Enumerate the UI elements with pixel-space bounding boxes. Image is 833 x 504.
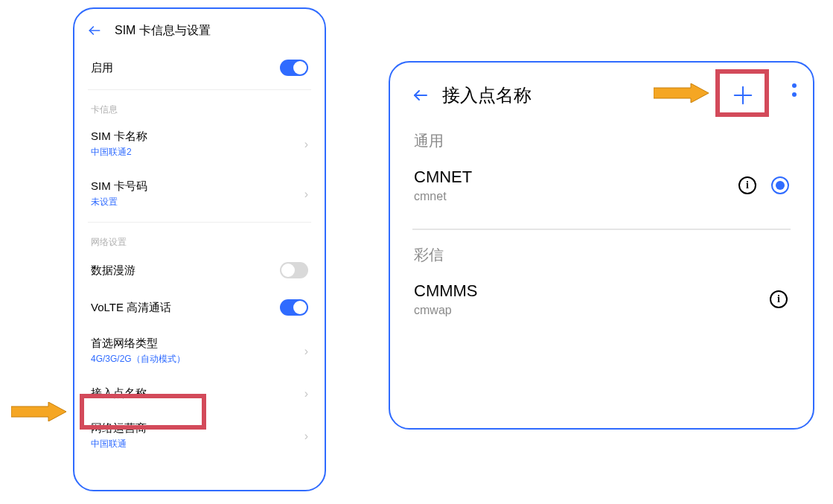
arrow-callout-icon <box>654 83 709 103</box>
page-title: 接入点名称 <box>442 83 532 107</box>
carrier-label: 网络运营商 <box>91 421 147 436</box>
apn-item-sub: cmwap <box>414 304 478 317</box>
apn-label: 接入点名称 <box>91 386 147 401</box>
sim-name-row[interactable]: SIM 卡名称 中国联通2 › <box>74 119 325 169</box>
apn-select-radio[interactable] <box>771 176 789 194</box>
volte-row[interactable]: VoLTE 高清通话 <box>74 289 325 326</box>
data-roaming-label: 数据漫游 <box>91 264 135 278</box>
preferred-network-row[interactable]: 首选网络类型 4G/3G/2G（自动模式） › <box>74 326 325 376</box>
svg-marker-1 <box>11 402 66 421</box>
enable-toggle[interactable] <box>280 60 308 76</box>
apn-list-screen: 接入点名称 通用 CMNET cmnet i 彩信 CMMMS cmwap i <box>389 61 814 430</box>
chevron-right-icon: › <box>304 345 308 358</box>
apn-info-button[interactable]: i <box>737 175 758 196</box>
page-title: SIM 卡信息与设置 <box>115 23 211 39</box>
back-icon[interactable] <box>411 86 430 105</box>
preferred-network-value: 4G/3G/2G（自动模式） <box>91 353 185 366</box>
header-bar: 接入点名称 <box>390 63 813 119</box>
info-icon: i <box>738 176 756 194</box>
section-network: 网络设置 <box>74 226 325 252</box>
apn-item-sub: cmnet <box>414 190 472 203</box>
apn-item-cmmms[interactable]: CMMMS cmwap i <box>390 269 813 329</box>
more-menu-button[interactable] <box>792 83 797 97</box>
apn-item-name: CMNET <box>414 168 472 187</box>
data-roaming-row[interactable]: 数据漫游 <box>74 252 325 289</box>
sim-settings-screen: SIM 卡信息与设置 启用 卡信息 SIM 卡名称 中国联通2 › SIM 卡号… <box>73 7 326 491</box>
add-apn-button[interactable] <box>718 73 768 118</box>
header-bar: SIM 卡信息与设置 <box>74 9 325 49</box>
divider <box>88 89 311 90</box>
apn-row[interactable]: 接入点名称 › <box>74 376 325 411</box>
divider <box>412 229 791 230</box>
volte-label: VoLTE 高清通话 <box>91 301 171 315</box>
plus-icon <box>732 84 754 106</box>
section-mms: 彩信 <box>390 233 813 269</box>
apn-item-cmnet[interactable]: CMNET cmnet i <box>390 156 813 215</box>
sim-number-row[interactable]: SIM 卡号码 未设置 › <box>74 169 325 219</box>
more-dots-icon <box>792 83 797 88</box>
info-icon: i <box>770 290 788 308</box>
back-icon[interactable] <box>86 22 103 39</box>
apn-item-name: CMMMS <box>414 281 478 301</box>
sim-name-value: 中国联通2 <box>91 146 147 159</box>
apn-info-button[interactable]: i <box>768 289 789 310</box>
section-general: 通用 <box>390 119 813 156</box>
enable-sim-row[interactable]: 启用 <box>74 49 325 86</box>
chevron-right-icon: › <box>304 430 308 443</box>
sim-number-value: 未设置 <box>91 196 147 208</box>
section-card-info: 卡信息 <box>74 93 325 119</box>
carrier-value: 中国联通 <box>91 438 147 450</box>
data-roaming-toggle[interactable] <box>280 262 308 278</box>
divider <box>88 222 311 223</box>
arrow-callout-icon <box>11 402 66 421</box>
preferred-network-label: 首选网络类型 <box>91 336 185 351</box>
more-dots-icon <box>792 92 797 97</box>
chevron-right-icon: › <box>304 387 308 401</box>
chevron-right-icon: › <box>304 188 308 201</box>
volte-toggle[interactable] <box>280 299 308 316</box>
sim-name-label: SIM 卡名称 <box>91 130 147 144</box>
carrier-row[interactable]: 网络运营商 中国联通 › <box>74 411 325 461</box>
svg-marker-5 <box>654 83 709 103</box>
sim-number-label: SIM 卡号码 <box>91 179 147 194</box>
enable-label: 启用 <box>91 61 113 75</box>
chevron-right-icon: › <box>304 138 308 151</box>
